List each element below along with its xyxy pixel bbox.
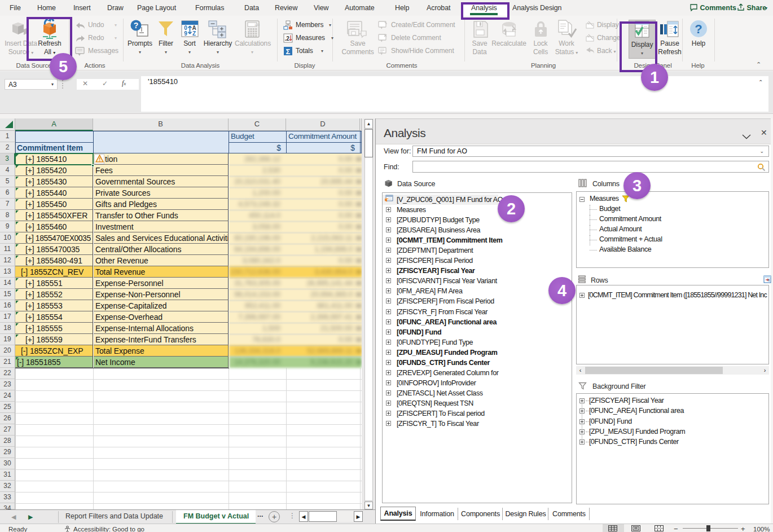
svg-text:?: ? — [134, 21, 139, 30]
svg-text:9: 9 — [184, 30, 187, 37]
svg-text:123: 123 — [254, 23, 260, 27]
svg-text:.2: .2 — [285, 36, 290, 42]
svg-text:Z: Z — [192, 30, 196, 37]
svg-text:Σ: Σ — [286, 47, 291, 56]
svg-text:?: ? — [695, 22, 702, 36]
